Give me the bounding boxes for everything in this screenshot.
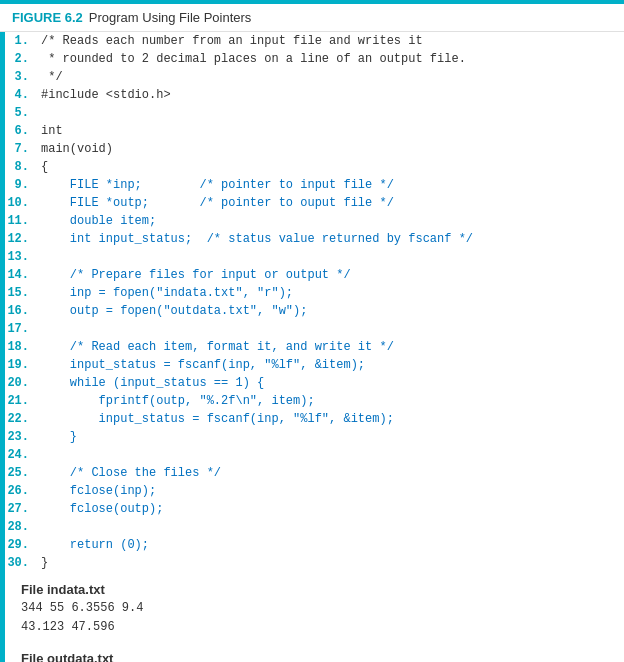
code-line: 4.#include <stdio.h> bbox=[5, 86, 624, 104]
line-code bbox=[37, 518, 624, 536]
line-code: while (input_status == 1) { bbox=[37, 374, 624, 392]
code-line: 13. bbox=[5, 248, 624, 266]
line-code: return (0); bbox=[37, 536, 624, 554]
code-line: 16. outp = fopen("outdata.txt", "w"); bbox=[5, 302, 624, 320]
code-line: 2. * rounded to 2 decimal places on a li… bbox=[5, 50, 624, 68]
line-code: fprintf(outp, "%.2f\n", item); bbox=[37, 392, 624, 410]
line-number: 11. bbox=[5, 212, 37, 230]
code-line: 1./* Reads each number from an input fil… bbox=[5, 32, 624, 50]
code-line: 10. FILE *outp; /* pointer to ouput file… bbox=[5, 194, 624, 212]
code-line: 27. fclose(outp); bbox=[5, 500, 624, 518]
line-number: 7. bbox=[5, 140, 37, 158]
line-number: 22. bbox=[5, 410, 37, 428]
line-code: input_status = fscanf(inp, "%lf", &item)… bbox=[37, 356, 624, 374]
code-table: 1./* Reads each number from an input fil… bbox=[5, 32, 624, 572]
line-code: FILE *inp; /* pointer to input file */ bbox=[37, 176, 624, 194]
line-number: 2. bbox=[5, 50, 37, 68]
line-code: inp = fopen("indata.txt", "r"); bbox=[37, 284, 624, 302]
line-code: FILE *outp; /* pointer to ouput file */ bbox=[37, 194, 624, 212]
code-line: 17. bbox=[5, 320, 624, 338]
line-code: /* Reads each number from an input file … bbox=[37, 32, 624, 50]
line-code: /* Read each item, format it, and write … bbox=[37, 338, 624, 356]
line-number: 14. bbox=[5, 266, 37, 284]
code-line: 20. while (input_status == 1) { bbox=[5, 374, 624, 392]
line-number: 1. bbox=[5, 32, 37, 50]
line-code: fclose(outp); bbox=[37, 500, 624, 518]
code-line: 3. */ bbox=[5, 68, 624, 86]
line-number: 6. bbox=[5, 122, 37, 140]
code-line: 30.} bbox=[5, 554, 624, 572]
line-code: int bbox=[37, 122, 624, 140]
line-code: * rounded to 2 decimal places on a line … bbox=[37, 50, 624, 68]
line-number: 16. bbox=[5, 302, 37, 320]
code-section: 1./* Reads each number from an input fil… bbox=[5, 32, 624, 662]
code-line: 19. input_status = fscanf(inp, "%lf", &i… bbox=[5, 356, 624, 374]
line-code: main(void) bbox=[37, 140, 624, 158]
line-number: 27. bbox=[5, 500, 37, 518]
line-code: #include <stdio.h> bbox=[37, 86, 624, 104]
line-number: 28. bbox=[5, 518, 37, 536]
indata-lines: 344 55 6.3556 9.443.123 47.596 bbox=[21, 599, 608, 637]
indata-label: File indata.txt bbox=[21, 582, 608, 597]
line-number: 23. bbox=[5, 428, 37, 446]
figure-label: FIGURE 6.2 bbox=[12, 10, 83, 25]
line-number: 5. bbox=[5, 104, 37, 122]
line-code: outp = fopen("outdata.txt", "w"); bbox=[37, 302, 624, 320]
code-line: 25. /* Close the files */ bbox=[5, 464, 624, 482]
line-number: 9. bbox=[5, 176, 37, 194]
line-code: /* Close the files */ bbox=[37, 464, 624, 482]
code-line: 23. } bbox=[5, 428, 624, 446]
file-data-section: File indata.txt 344 55 6.3556 9.443.123 … bbox=[5, 572, 624, 662]
line-number: 3. bbox=[5, 68, 37, 86]
indata-line: 344 55 6.3556 9.4 bbox=[21, 599, 608, 618]
line-number: 25. bbox=[5, 464, 37, 482]
line-code bbox=[37, 320, 624, 338]
code-line: 12. int input_status; /* status value re… bbox=[5, 230, 624, 248]
code-line: 26. fclose(inp); bbox=[5, 482, 624, 500]
line-number: 17. bbox=[5, 320, 37, 338]
line-code: input_status = fscanf(inp, "%lf", &item)… bbox=[37, 410, 624, 428]
content-area: 1./* Reads each number from an input fil… bbox=[0, 32, 624, 662]
line-number: 30. bbox=[5, 554, 37, 572]
indata-block: File indata.txt 344 55 6.3556 9.443.123 … bbox=[21, 582, 608, 637]
figure-title: Program Using File Pointers bbox=[89, 10, 252, 25]
code-line: 5. bbox=[5, 104, 624, 122]
line-number: 8. bbox=[5, 158, 37, 176]
outdata-label: File outdata.txt bbox=[21, 651, 608, 662]
code-line: 11. double item; bbox=[5, 212, 624, 230]
code-line: 14. /* Prepare files for input or output… bbox=[5, 266, 624, 284]
line-number: 20. bbox=[5, 374, 37, 392]
code-line: 18. /* Read each item, format it, and wr… bbox=[5, 338, 624, 356]
line-code: int input_status; /* status value return… bbox=[37, 230, 624, 248]
code-line: 22. input_status = fscanf(inp, "%lf", &i… bbox=[5, 410, 624, 428]
line-number: 13. bbox=[5, 248, 37, 266]
line-code: { bbox=[37, 158, 624, 176]
line-number: 4. bbox=[5, 86, 37, 104]
code-line: 24. bbox=[5, 446, 624, 464]
code-line: 29. return (0); bbox=[5, 536, 624, 554]
code-line: 7.main(void) bbox=[5, 140, 624, 158]
line-code: fclose(inp); bbox=[37, 482, 624, 500]
line-code bbox=[37, 446, 624, 464]
code-line: 15. inp = fopen("indata.txt", "r"); bbox=[5, 284, 624, 302]
line-number: 26. bbox=[5, 482, 37, 500]
line-number: 10. bbox=[5, 194, 37, 212]
line-code: double item; bbox=[37, 212, 624, 230]
line-code bbox=[37, 104, 624, 122]
line-code: } bbox=[37, 428, 624, 446]
line-code bbox=[37, 248, 624, 266]
code-line: 28. bbox=[5, 518, 624, 536]
code-line: 9. FILE *inp; /* pointer to input file *… bbox=[5, 176, 624, 194]
line-number: 24. bbox=[5, 446, 37, 464]
line-number: 19. bbox=[5, 356, 37, 374]
line-number: 21. bbox=[5, 392, 37, 410]
indata-line: 43.123 47.596 bbox=[21, 618, 608, 637]
line-number: 15. bbox=[5, 284, 37, 302]
code-line: 6.int bbox=[5, 122, 624, 140]
line-code: /* Prepare files for input or output */ bbox=[37, 266, 624, 284]
line-code: */ bbox=[37, 68, 624, 86]
line-number: 29. bbox=[5, 536, 37, 554]
page-container: FIGURE 6.2 Program Using File Pointers 1… bbox=[0, 0, 624, 662]
code-line: 8.{ bbox=[5, 158, 624, 176]
line-number: 18. bbox=[5, 338, 37, 356]
